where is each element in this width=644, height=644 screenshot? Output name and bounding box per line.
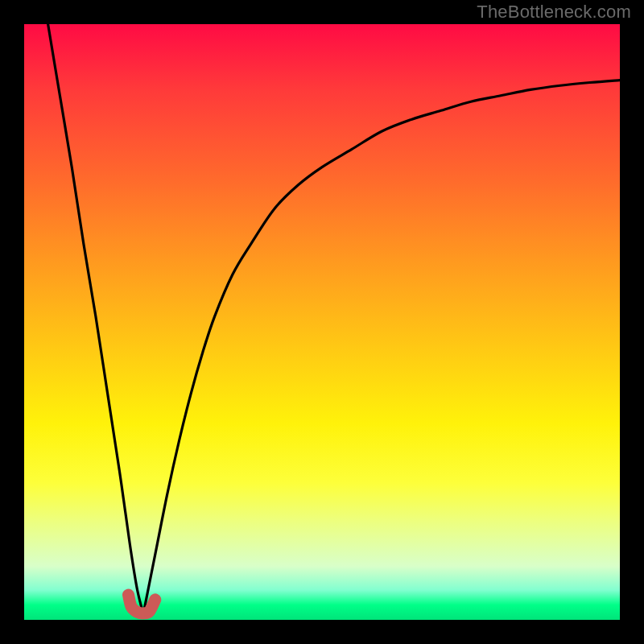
curve-layer bbox=[24, 24, 620, 620]
plot-area bbox=[24, 24, 620, 620]
right-branch-curve bbox=[143, 80, 620, 614]
watermark-text: TheBottleneck.com bbox=[477, 2, 631, 23]
chart-frame: TheBottleneck.com bbox=[0, 0, 644, 644]
left-branch-curve bbox=[48, 24, 143, 614]
